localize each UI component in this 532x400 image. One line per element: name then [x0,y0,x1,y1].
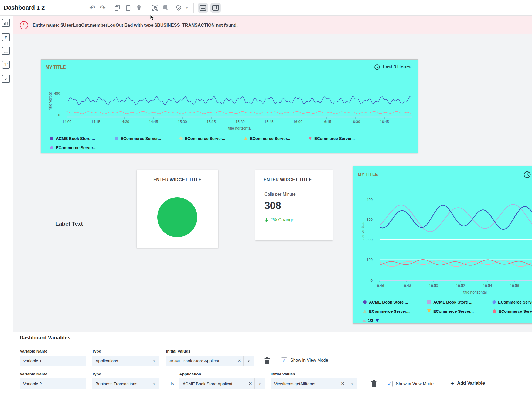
series-marker-pentagon [493,309,496,313]
chevron-down-icon[interactable] [255,382,265,386]
dashboard-variables-panel: Dashboard Variables Variable Name Type I… [13,332,532,400]
timeseries-widget-2[interactable]: MY TITLE 400 300 200 100 0 title vertica… [353,166,532,324]
initial-values-picker[interactable]: ACME Book Store Applicat... [166,356,254,366]
initial-values-picker[interactable]: ViewItems.getAllItems [271,378,357,389]
number-icon: # [5,35,7,40]
show-in-view-mode-checkbox[interactable] [387,381,393,387]
layers-menu-caret[interactable] [184,4,190,12]
clear-icon[interactable] [235,358,243,363]
page-indicator: 1/2 [368,318,373,323]
initial-values-label: Initial Values [166,349,190,353]
metric-widget[interactable]: ENTER WIDGET TITLE Calls per Minute 308 … [255,170,333,240]
page-up-icon[interactable] [362,319,366,322]
picker-value: ViewItems.getAllItems [271,381,339,386]
clear-icon[interactable] [339,381,347,386]
type-label: Type [92,349,101,353]
y-tick: 100 [362,258,373,262]
widget-title: ENTER WIDGET TITLE [264,177,312,182]
sidebar-item-list-widget[interactable] [2,47,10,55]
chevron-down-icon [186,6,188,10]
copy-icon [114,4,121,11]
trash-icon [136,5,142,11]
variable-name-input[interactable]: Variable 1 [20,356,86,366]
bottom-panel-icon [199,5,206,11]
trash-icon [370,379,378,388]
variable-name-input[interactable]: Variable 2 [20,378,86,389]
legend-item[interactable]: ACME Book Store ... [427,300,472,304]
sidebar-item-image-widget[interactable] [2,75,10,83]
health-widget[interactable]: ENTER WIDGET TITLE [137,170,218,248]
x-tick: 16:00 [290,120,306,124]
label-widget[interactable]: Label Text [55,220,83,227]
legend-label: ECommerce Server... [499,309,532,313]
chevron-down-icon[interactable] [244,359,254,363]
clear-icon[interactable] [246,381,254,386]
group-button[interactable] [151,4,159,12]
chevron-down-icon[interactable] [149,359,159,363]
toggle-right-panel-button[interactable] [210,3,221,13]
toggle-bottom-panel-button[interactable] [198,3,208,13]
x-axis-label: title horizontal [213,126,267,130]
add-variable-label: Add Variable [457,381,485,386]
legend-item[interactable]: ECommerce Server... [115,136,161,141]
sidebar-item-chart-widget[interactable] [2,19,10,27]
legend-label: ECommerce Server... [369,309,410,313]
show-in-view-mode-checkbox[interactable] [281,357,287,363]
select-value: Business Transactions [92,381,149,386]
bar-chart-icon [4,20,8,25]
sidebar-item-text-widget[interactable]: T [2,61,10,69]
series-marker-triangle [244,137,247,140]
legend-label: ECommerce Server... [185,136,225,141]
redo-button[interactable] [99,4,107,12]
legend-label: ACME Book Store ... [56,136,95,141]
y-tick: 400 [362,198,373,202]
toolbar-divider [83,3,83,13]
legend-item[interactable]: ECommerce Server... [427,309,474,313]
health-status-circle [157,197,197,237]
legend-item[interactable]: ECommerce Server... [493,300,532,304]
x-tick: 16:54 [479,284,496,288]
legend-item[interactable]: ECommerce Server... [244,136,290,141]
undo-button[interactable] [88,4,96,12]
chevron-down-icon[interactable] [149,382,159,386]
delete-variable-button[interactable] [370,379,378,388]
legend-item[interactable]: ECommerce Server... [308,136,355,141]
legend-label: ACME Book Store ... [369,300,408,304]
redo-icon [100,5,105,11]
legend-pagination: 1/2 [362,318,379,323]
legend-item[interactable]: ECommerce Server... [363,309,410,313]
y-axis-label: title vertical [360,215,365,247]
legend-item[interactable]: ECommerce Server... [493,309,532,313]
legend-item[interactable]: ACME Book Store ... [50,136,95,141]
type-label: Type [92,372,101,376]
sidebar-item-metric-widget[interactable]: # [2,33,10,41]
series-marker-triangle-down [427,309,431,313]
legend-item[interactable]: ECommerce Server... [50,145,96,150]
page-down-icon[interactable] [375,319,379,322]
paste-button[interactable] [124,4,132,12]
type-select[interactable]: Applications [92,356,159,366]
legend-item[interactable]: ECommerce Server... [179,136,225,141]
x-tick: 14:30 [117,120,133,124]
layers-button[interactable] [174,4,182,12]
x-tick: 16:52 [452,284,469,288]
timeseries-widget-1[interactable]: MY TITLE Last 3 Hours 480 0 title vertic… [41,59,418,153]
chevron-down-icon[interactable] [347,382,357,386]
group-icon [152,4,159,11]
legend-label: ECommerce Server... [314,136,355,141]
application-picker[interactable]: ACME Book Store Applicat... [179,378,265,389]
undo-icon [90,5,95,11]
legend-label: ECommerce Server... [56,145,96,150]
legend-item[interactable]: ACME Book Store ... [363,300,408,304]
delete-button[interactable] [135,4,143,12]
type-select[interactable]: Business Transactions [92,378,159,389]
series-marker-circle [50,137,53,140]
ungroup-button[interactable] [162,4,170,12]
delete-variable-button[interactable] [263,356,271,365]
arrow-down-icon [264,218,268,222]
copy-button[interactable] [113,4,121,12]
series-marker-triangle [363,309,367,313]
input-value: Variable 1 [20,358,86,363]
picker-value: ACME Book Store Applicat... [166,358,235,363]
add-variable-button[interactable]: Add Variable [450,380,485,387]
